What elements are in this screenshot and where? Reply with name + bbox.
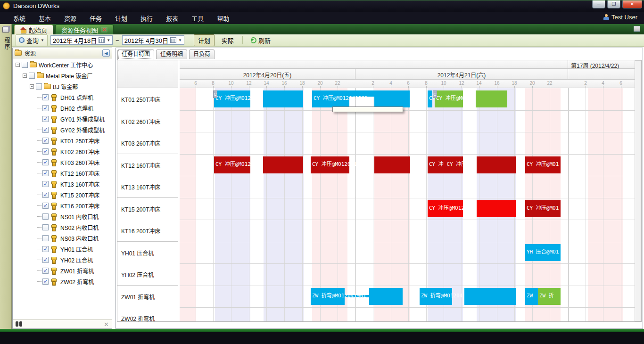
task-bar[interactable]: CY 冲压@MO12041903 — [428, 200, 463, 217]
tree-checkbox[interactable] — [42, 213, 49, 220]
tab-resource-task-view[interactable]: 资源任务视图 ✕ — [55, 25, 114, 34]
find-icon[interactable] — [16, 321, 22, 327]
task-bar[interactable] — [263, 156, 303, 173]
collapse-panel-button[interactable]: ◀ — [102, 49, 110, 57]
minimize-button[interactable]: ─ — [592, 0, 605, 8]
task-bar[interactable] — [374, 156, 410, 173]
menu-item-资源[interactable]: 资源 — [58, 12, 83, 24]
tree-checkbox[interactable] — [42, 159, 49, 165]
tree-checkbox[interactable] — [42, 181, 49, 187]
task-bar[interactable]: ZW 折 — [538, 288, 561, 305]
task-bar[interactable]: C — [428, 90, 432, 107]
tree-checkbox[interactable] — [42, 268, 49, 274]
tree-item[interactable]: KT16 200T冲床 — [13, 200, 112, 211]
tree-item[interactable]: ZW02 折弯机 — [13, 276, 112, 287]
tree-item[interactable]: −Metal Plate 钣金厂 — [13, 70, 112, 81]
tree-item[interactable]: ZW01 折弯机 — [13, 265, 112, 276]
tree-checkbox[interactable] — [22, 62, 28, 68]
date-from-picker[interactable]: 2012年 4月18日 ▼ — [50, 35, 113, 45]
refresh-button[interactable]: 刷新 — [247, 34, 274, 46]
constraint-tag[interactable]: C — [433, 90, 437, 98]
tree-item[interactable]: −BJ 钣金部 — [13, 81, 112, 92]
tree-item[interactable]: KT13 160T冲床 — [13, 179, 112, 189]
close-button[interactable]: ✕ — [622, 0, 642, 8]
menu-item-执行[interactable]: 执行 — [134, 12, 159, 24]
task-bar[interactable]: CY 冲压@MO1 — [525, 200, 561, 217]
clear-icon[interactable]: ✕ — [104, 321, 109, 328]
task-bar[interactable]: CY 冲压@MO12041904 — [311, 156, 349, 173]
task-bar[interactable] — [476, 90, 507, 107]
tree-checkbox[interactable] — [42, 203, 49, 209]
menu-item-帮助[interactable]: 帮助 — [210, 12, 236, 24]
tree-item[interactable]: KT15 200T冲床 — [13, 189, 112, 200]
actual-toggle[interactable]: 实际 — [217, 34, 238, 46]
tree-item[interactable]: KT01 250T冲床 — [13, 135, 112, 146]
tree-item[interactable]: KT12 160T冲床 — [13, 168, 112, 179]
task-bar[interactable] — [464, 288, 516, 305]
tree-checkbox[interactable] — [42, 278, 49, 285]
tree-item[interactable]: GY01 外桶成型机 — [13, 114, 112, 124]
tree-checkbox[interactable] — [42, 235, 49, 241]
restore-button[interactable]: ❐ — [607, 0, 620, 8]
program-dock-icon[interactable] — [2, 27, 9, 33]
tree-checkbox[interactable] — [29, 73, 35, 79]
tree-item[interactable]: YH02 压合机 — [13, 254, 112, 265]
expander-icon[interactable]: − — [23, 74, 27, 78]
task-bar[interactable] — [477, 156, 516, 173]
task-bar[interactable]: CY 冲压@MO1 — [525, 156, 561, 173]
tree-item[interactable]: KT03 260T冲床 — [13, 157, 112, 168]
task-bar[interactable]: ZW — [525, 288, 538, 305]
tree-checkbox[interactable] — [42, 94, 49, 100]
tree-item[interactable]: NS02 内收口机 — [13, 222, 112, 233]
program-dock-label[interactable]: 程序 — [3, 37, 11, 50]
task-bar[interactable]: CY 冲压@MO12041902 — [435, 90, 463, 107]
tree-item[interactable]: NS03 内收口机 — [13, 233, 112, 244]
menu-item-报表[interactable]: 报表 — [159, 12, 185, 24]
constraint-tag[interactable]: C — [213, 90, 217, 98]
task-bar[interactable]: YH 压合@MO1 — [525, 244, 561, 261]
tree-checkbox[interactable] — [42, 105, 49, 111]
tree-item[interactable]: YH01 压合机 — [13, 244, 112, 254]
tree-checkbox[interactable] — [42, 138, 49, 144]
tab-home[interactable]: 起始页 — [14, 25, 53, 34]
gantt-tab-3[interactable]: 日负荷 — [189, 49, 215, 59]
task-bar[interactable]: ZW 折弯@MO12041901 — [420, 288, 452, 305]
plan-toggle[interactable]: 计划 — [194, 34, 215, 46]
tree-checkbox[interactable] — [42, 127, 49, 133]
task-bar[interactable] — [477, 200, 516, 217]
tree-checkbox[interactable] — [42, 257, 49, 263]
menu-item-基本[interactable]: 基本 — [32, 12, 58, 24]
tree-checkbox[interactable] — [42, 148, 49, 155]
gantt-tab-1[interactable]: 任务甘特图 — [117, 49, 154, 60]
tree-checkbox[interactable] — [42, 116, 49, 122]
tree-item[interactable]: KT02 260T冲床 — [13, 146, 112, 157]
task-bar[interactable]: CY 冲压@MO12041904 — [214, 156, 250, 173]
tree-item[interactable]: DH02 点焊机 — [13, 103, 112, 114]
tree-item[interactable]: GY02 外桶成型机 — [13, 124, 112, 135]
tree-item[interactable]: DH01 点焊机 — [13, 92, 112, 103]
menu-item-计划[interactable]: 计划 — [108, 12, 134, 24]
tree-item[interactable]: −WorkCenter 工作中心 — [13, 59, 112, 70]
menu-item-工具[interactable]: 工具 — [185, 12, 210, 24]
query-button[interactable]: 查询 ▼ — [16, 34, 48, 46]
tree-checkbox[interactable] — [36, 83, 42, 90]
expander-icon[interactable]: − — [30, 84, 34, 89]
task-bar[interactable]: CY 冲压@MO12041901 — [312, 90, 349, 107]
task-bar[interactable]: CY 冲 CY 冲压@MO12041904 — [428, 156, 463, 173]
tree-checkbox[interactable] — [42, 170, 49, 176]
tree-item[interactable]: NS01 内收口机 — [13, 211, 112, 222]
menu-item-系统[interactable]: 系统 — [7, 12, 32, 24]
task-bar[interactable] — [263, 90, 303, 107]
tree-checkbox[interactable] — [42, 224, 49, 230]
task-bar[interactable]: ZW 折弯@MO12041901 — [311, 288, 345, 305]
task-bar[interactable]: CY 冲压@MO12041901 — [214, 90, 250, 107]
task-bar[interactable] — [374, 90, 410, 107]
tree-checkbox[interactable] — [42, 192, 49, 198]
date-to-picker[interactable]: 2012年 4月30日 ▼ — [122, 35, 184, 45]
task-bar[interactable] — [369, 288, 403, 305]
vertical-scrollbar[interactable] — [635, 60, 641, 321]
windows-menu-icon[interactable] — [634, 26, 640, 32]
expander-icon[interactable]: − — [16, 63, 20, 67]
tab-close-icon[interactable]: ✕ — [101, 27, 107, 33]
tree-checkbox[interactable] — [42, 246, 49, 252]
